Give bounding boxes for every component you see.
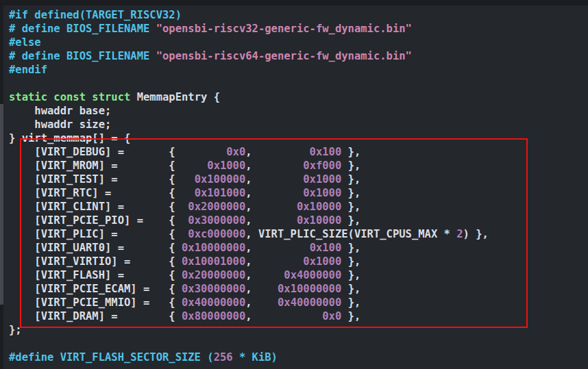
code-token-number: 2 [456, 228, 463, 240]
code-token-default: [VIRT_PCIE_PIO] = { [9, 214, 188, 227]
code-line: [VIRT_UART0] = { 0x10000000, 0x100 }, [9, 241, 588, 255]
code-token-default: , [245, 160, 303, 172]
code-line: [VIRT_RTC] = { 0x101000, 0x1000 }, [9, 186, 588, 200]
code-token-number: 0x10000 [297, 214, 341, 227]
code-token-preproc: # define BIOS_FILENAME [9, 23, 156, 35]
code-token-number: 0x1000 [207, 160, 245, 172]
code-token-default: } virt_memmap[] = { [9, 132, 130, 144]
code-line: [VIRT_DRAM] = { 0x80000000, 0x0 }, [9, 309, 588, 323]
code-token-number: 0xc000000 [188, 228, 245, 240]
code-token-number: 0x80000000 [182, 310, 245, 322]
code-token-default: }, [341, 242, 360, 254]
code-token-default: [VIRT_DRAM] = { [9, 310, 182, 322]
code-line: # define BIOS_FILENAME "opensbi-riscv32-… [9, 22, 588, 36]
code-line: [VIRT_MROM] = { 0x1000, 0xf000 }, [9, 159, 588, 173]
code-token-number: 0x40000000 [182, 296, 245, 309]
code-line: [VIRT_PCIE_ECAM] = { 0x30000000, 0x10000… [9, 282, 588, 296]
code-token-default: , [245, 255, 303, 268]
code-token-preproc: #else [9, 36, 41, 49]
code-line: [VIRT_DEBUG] = { 0x0, 0x100 }, [9, 145, 588, 159]
code-token-number: 0x40000000 [278, 296, 341, 309]
code-token-number: 0x101000 [195, 187, 246, 199]
code-token-default: [VIRT_CLINT] = { [9, 201, 188, 213]
code-line: #if defined(TARGET_RISCV32) [9, 8, 588, 22]
code-token-default: ) }, [463, 228, 489, 240]
code-token-default: , [245, 283, 278, 295]
code-token-default: , [245, 310, 322, 322]
code-token-preproc: * KiB) [233, 351, 278, 364]
code-token-default: , [245, 269, 284, 281]
code-line: [VIRT_CLINT] = { 0x2000000, 0x10000 }, [9, 200, 588, 214]
code-token-preproc: # define BIOS_FILENAME [9, 50, 156, 62]
scrollbar-thumb[interactable] [0, 104, 3, 305]
code-token-default: }, [341, 214, 360, 227]
code-token-default: }, [341, 160, 360, 172]
code-token-default: [VIRT_PCIE_MMIO] = { [9, 296, 182, 309]
code-token-number: 0x2000000 [188, 201, 245, 213]
code-token-default: , [245, 214, 297, 227]
code-token-number: 0x100 [310, 242, 342, 254]
code-line: [VIRT_PCIE_PIO] = { 0x3000000, 0x10000 }… [9, 214, 588, 227]
code-line: #define VIRT_FLASH_SECTOR_SIZE (256 * Ki… [9, 351, 588, 364]
code-token-default: hwaddr base; [9, 105, 111, 117]
code-line: #endif [9, 63, 588, 77]
code-line: } virt_memmap[] = { [9, 131, 588, 145]
code-token-default: }, [341, 255, 360, 268]
code-token-default: hwaddr size; [9, 118, 111, 131]
code-token-default: }, [341, 187, 360, 199]
code-token-number: 0x100000 [195, 173, 246, 186]
code-token-preproc: #endif [9, 64, 47, 76]
code-token-default: [VIRT_PCIE_ECAM] = { [9, 283, 182, 295]
code-token-default: , [245, 146, 309, 158]
code-line: [VIRT_VIRTIO] = { 0x10001000, 0x1000 }, [9, 255, 588, 268]
code-token-default: , [245, 296, 278, 309]
code-token-default: [VIRT_UART0] = { [9, 242, 182, 254]
code-token-number: 0x1000 [303, 255, 341, 268]
code-token-string: "opensbi-riscv32-generic-fw_dynamic.bin" [156, 23, 412, 35]
code-token-default: , [245, 242, 309, 254]
code-token-default: , [245, 173, 303, 186]
code-token-number: 0x20000000 [182, 269, 245, 281]
code-token-number: 0x10000000 [182, 242, 245, 254]
code-token-default: [VIRT_TEST] = { [9, 173, 195, 186]
code-line [9, 77, 588, 90]
code-line: [VIRT_TEST] = { 0x100000, 0x1000 }, [9, 173, 588, 186]
code-token-default: }, [341, 146, 360, 158]
code-token-default: MemmapEntry { [130, 91, 220, 103]
code-line: static const struct MemmapEntry { [9, 90, 588, 104]
code-token-number: 256 [214, 351, 233, 364]
code-line: [VIRT_FLASH] = { 0x20000000, 0x4000000 }… [9, 268, 588, 282]
code-token-default: }, [341, 310, 360, 322]
code-token-default: }; [9, 324, 22, 336]
code-line: [VIRT_PCIE_MMIO] = { 0x40000000, 0x40000… [9, 296, 588, 309]
code-token-default: [VIRT_RTC] = { [9, 187, 195, 199]
code-token-keyword: static const struct [9, 91, 130, 103]
code-line: #else [9, 36, 588, 49]
code-token-string: "opensbi-riscv64-generic-fw_dynamic.bin" [156, 50, 412, 62]
code-token-default: , VIRT_PLIC_SIZE(VIRT_CPUS_MAX * [245, 228, 456, 240]
code-area[interactable]: #if defined(TARGET_RISCV32)# define BIOS… [9, 8, 588, 364]
code-token-default: }, [341, 173, 360, 186]
code-token-default: , [245, 187, 303, 199]
code-token-number: 0x0 [226, 146, 245, 158]
code-line: # define BIOS_FILENAME "opensbi-riscv64-… [9, 49, 588, 63]
code-line: hwaddr base; [9, 104, 588, 118]
code-token-default: }, [341, 201, 360, 213]
code-token-default: }, [341, 296, 360, 309]
code-token-default: [VIRT_DEBUG] = { [9, 146, 226, 158]
code-token-default: [VIRT_FLASH] = { [9, 269, 182, 281]
code-token-number: 0x4000000 [284, 269, 341, 281]
code-line [9, 337, 588, 351]
code-token-number: 0x30000000 [182, 283, 245, 295]
code-token-number: 0x100 [310, 146, 342, 158]
code-token-number: 0x1000 [303, 173, 341, 186]
code-token-number: 0x10000000 [278, 283, 341, 295]
code-token-default: }, [341, 283, 360, 295]
code-token-number: 0x10001000 [182, 255, 245, 268]
code-line: hwaddr size; [9, 118, 588, 131]
code-line: }; [9, 323, 588, 337]
code-token-number: 0x0 [322, 310, 341, 322]
code-token-default: , [245, 201, 297, 213]
code-token-default: }, [341, 269, 360, 281]
code-token-number: 0x10000 [297, 201, 341, 213]
